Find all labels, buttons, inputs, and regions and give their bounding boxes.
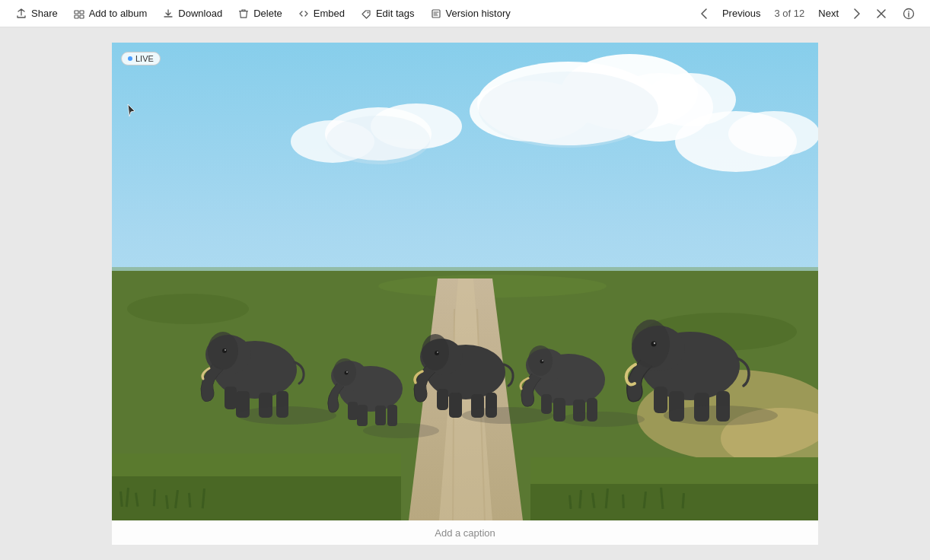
- embed-icon: [298, 8, 310, 20]
- chevron-left-nav-button[interactable]: [695, 5, 713, 22]
- live-badge: LIVE: [121, 52, 161, 65]
- svg-rect-62: [437, 389, 448, 410]
- caption-text: Add a caption: [435, 527, 495, 539]
- embed-button[interactable]: Embed: [291, 5, 351, 23]
- svg-point-86: [561, 412, 645, 427]
- embed-label: Embed: [314, 8, 345, 19]
- svg-point-64: [437, 352, 438, 353]
- next-label: Next: [818, 8, 839, 19]
- svg-rect-2: [75, 15, 78, 18]
- share-icon: [15, 8, 27, 20]
- svg-rect-44: [225, 387, 237, 409]
- live-dot: [128, 56, 132, 61]
- previous-button[interactable]: Previous: [716, 5, 767, 22]
- svg-point-19: [728, 111, 818, 157]
- nav-count: 3 of 12: [770, 8, 810, 19]
- chevron-right-nav-button[interactable]: [848, 5, 866, 22]
- close-button[interactable]: [869, 2, 893, 26]
- download-icon: [162, 8, 174, 20]
- svg-point-54: [345, 371, 349, 375]
- svg-rect-0: [75, 11, 78, 14]
- svg-point-25: [127, 294, 249, 324]
- share-label: Share: [31, 8, 58, 19]
- live-label: LIVE: [135, 54, 154, 63]
- svg-point-46: [225, 349, 226, 351]
- svg-rect-37: [530, 457, 818, 484]
- delete-button[interactable]: Delete: [231, 5, 288, 23]
- svg-point-84: [363, 423, 439, 438]
- svg-point-82: [654, 342, 655, 344]
- svg-point-21: [326, 116, 430, 164]
- add-to-album-button[interactable]: Add to album: [67, 5, 154, 23]
- share-button[interactable]: Share: [9, 5, 64, 23]
- svg-rect-80: [654, 387, 667, 413]
- safari-photo: LIVE Add a caption: [112, 43, 818, 545]
- main-content: LIVE Add a caption: [0, 27, 930, 560]
- version-history-icon: [430, 8, 442, 20]
- svg-point-45: [222, 348, 227, 353]
- svg-rect-1: [80, 11, 84, 14]
- svg-point-87: [664, 406, 778, 425]
- svg-point-8: [908, 11, 909, 12]
- svg-rect-3: [80, 15, 84, 18]
- edit-tags-button[interactable]: Edit tags: [354, 5, 421, 23]
- previous-label: Previous: [722, 8, 761, 19]
- download-button[interactable]: Download: [156, 5, 228, 23]
- nav-section: Previous 3 of 12 Next: [695, 2, 921, 26]
- svg-rect-51: [375, 406, 386, 425]
- caption-bar[interactable]: Add a caption: [112, 520, 818, 545]
- svg-point-63: [435, 351, 439, 355]
- svg-point-76: [632, 320, 670, 368]
- delete-icon: [237, 8, 250, 20]
- svg-point-5: [367, 11, 368, 13]
- next-button[interactable]: Next: [812, 5, 845, 22]
- cursor-indicator: [127, 103, 136, 117]
- svg-point-83: [237, 406, 336, 425]
- image-container: LIVE Add a caption: [112, 43, 818, 545]
- svg-point-20: [479, 72, 658, 148]
- svg-point-81: [651, 342, 657, 347]
- info-button[interactable]: [897, 2, 921, 26]
- svg-rect-59: [449, 393, 462, 418]
- svg-rect-35: [112, 453, 401, 476]
- svg-rect-52: [387, 405, 397, 426]
- edit-tags-icon: [360, 8, 372, 20]
- add-to-album-label: Add to album: [89, 8, 148, 19]
- svg-rect-53: [348, 402, 358, 420]
- svg-point-85: [462, 407, 553, 424]
- svg-point-73: [542, 360, 543, 361]
- download-label: Download: [178, 8, 222, 19]
- delete-label: Delete: [253, 8, 282, 19]
- version-history-label: Version history: [446, 8, 511, 19]
- add-to-album-icon: [73, 8, 85, 20]
- toolbar: Share Add to album Download: [0, 0, 930, 27]
- svg-point-72: [540, 360, 544, 364]
- edit-tags-label: Edit tags: [376, 8, 415, 19]
- svg-rect-50: [357, 405, 368, 426]
- svg-point-55: [346, 371, 348, 373]
- version-history-button[interactable]: Version history: [424, 5, 517, 23]
